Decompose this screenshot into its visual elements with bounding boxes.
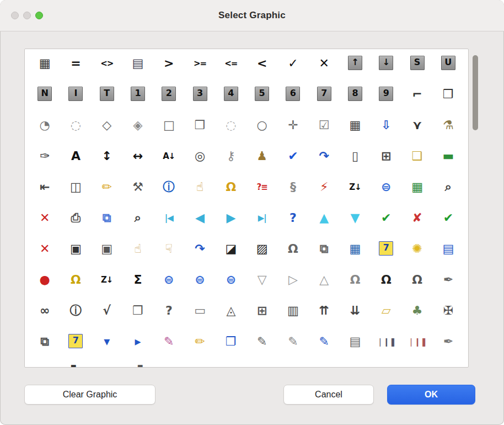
clear-graphic-button[interactable]: Clear Graphic <box>24 385 156 405</box>
lock-outline-icon[interactable]: Ω <box>277 238 308 269</box>
number-7-button-icon[interactable]: 7 <box>309 83 340 114</box>
contrast-icon[interactable]: ◪ <box>216 238 246 269</box>
clipped-icon[interactable]: ▂ <box>371 362 401 368</box>
clipped-icon[interactable]: ▂ <box>216 362 246 368</box>
square-outline-icon[interactable]: □ <box>153 114 184 145</box>
page-down-icon[interactable]: ▼ <box>340 207 371 238</box>
list-icon[interactable]: ▤ <box>433 238 464 269</box>
lock-icon[interactable]: Ω <box>60 269 91 300</box>
crosshair-icon[interactable]: ✛ <box>277 114 308 145</box>
sort-ascending-icon[interactable]: A↓ <box>153 145 184 176</box>
about-icon[interactable]: ⓘ <box>60 300 91 331</box>
clipped-icon[interactable]: ▙ <box>60 362 91 368</box>
shift-down-button-icon[interactable]: ↓ <box>371 52 401 83</box>
pencil-icon[interactable]: ✏ <box>92 176 122 207</box>
popup-window-icon[interactable]: ❐ <box>216 331 246 362</box>
thumbs-down-icon[interactable]: ☟ <box>153 238 184 269</box>
spreadsheet-icon[interactable]: ▦ <box>401 176 432 207</box>
expand-arrow-icon[interactable]: ▸ <box>122 331 153 362</box>
script-scroll-icon[interactable]: § <box>277 176 308 207</box>
barcode-icon[interactable]: ❘❙❚ <box>371 331 401 362</box>
note-icon[interactable]: ❑ <box>401 145 432 176</box>
glasses-icon[interactable]: ∞ <box>29 300 60 331</box>
dropdown-arrow-icon[interactable]: ▾ <box>92 331 122 362</box>
sort-descending-icon[interactable]: Z↓ <box>340 176 371 207</box>
book-icon[interactable]: ▬ <box>433 145 464 176</box>
thumbs-up-icon[interactable]: ☝ <box>122 238 153 269</box>
pencil-edit-icon[interactable]: ✏ <box>184 331 215 362</box>
duplicate-icon[interactable]: ⧉ <box>309 238 340 269</box>
find-document-icon[interactable]: ⌕ <box>433 176 464 207</box>
clipped-icon[interactable]: ▆ <box>184 362 215 368</box>
title-button-icon[interactable]: T <box>92 83 122 114</box>
text-format-icon[interactable]: A <box>60 145 91 176</box>
clipped-icon[interactable]: ▂ <box>277 362 308 368</box>
number-9-button-icon[interactable]: 9 <box>371 83 401 114</box>
pie-arc-icon[interactable]: ◔ <box>29 114 60 145</box>
accept-icon[interactable]: ✔ <box>371 207 401 238</box>
close-button[interactable] <box>11 12 19 19</box>
import-arrow-icon[interactable]: ⇩ <box>371 114 401 145</box>
not-equal-icon[interactable]: <> <box>92 52 122 83</box>
vertical-resize-icon[interactable]: ↕ <box>92 145 122 176</box>
clipped-icon[interactable]: ▄ <box>246 362 277 368</box>
clipped-icon[interactable]: ▆ <box>309 362 340 368</box>
database-tables-icon[interactable]: ⊜ <box>184 269 215 300</box>
copy-icon[interactable]: ⧉ <box>92 207 122 238</box>
clipped-icon[interactable]: ▄ <box>433 362 464 368</box>
clipped-icon[interactable]: ▝ <box>122 362 153 368</box>
ok-button[interactable]: OK <box>387 385 475 405</box>
circle-outline-icon[interactable]: ○ <box>246 114 277 145</box>
next-icon[interactable]: ▶ <box>216 207 246 238</box>
clipped-icon[interactable]: ◞ <box>29 362 60 368</box>
scrollbar[interactable] <box>472 51 479 365</box>
save-as-icon[interactable]: ▣ <box>92 238 122 269</box>
merge-icon[interactable]: ⋎ <box>401 114 432 145</box>
page-up-icon[interactable]: ▲ <box>309 207 340 238</box>
cascade-windows-icon[interactable]: ❐ <box>122 300 153 331</box>
cancel-x-icon[interactable]: ✕ <box>29 238 60 269</box>
horizontal-resize-icon[interactable]: ↔ <box>122 145 153 176</box>
sum-icon[interactable]: Σ <box>122 269 153 300</box>
lock-dark-icon[interactable]: Ω <box>371 269 401 300</box>
database-icon[interactable]: ⊜ <box>371 176 401 207</box>
clipped-icon[interactable]: ▆ <box>401 362 432 368</box>
edit-script-icon[interactable]: ✎ <box>246 331 277 362</box>
target-icon[interactable]: ◎ <box>184 145 215 176</box>
add-shape-icon[interactable]: ◬ <box>216 300 246 331</box>
lock-secure-icon[interactable]: Ω <box>401 269 432 300</box>
door-icon[interactable]: ◫ <box>60 176 91 207</box>
checkbox-checked-icon[interactable]: ☑ <box>309 114 340 145</box>
title-bar[interactable]: Select Graphic <box>0 0 504 31</box>
sign-document-icon[interactable]: ✎ <box>153 331 184 362</box>
database-blue-icon[interactable]: ⊜ <box>153 269 184 300</box>
collapse-triangle-icon[interactable]: ▽ <box>246 269 277 300</box>
clipped-icon[interactable]: ▂ <box>153 362 184 368</box>
number-3-button-icon[interactable]: 3 <box>184 83 215 114</box>
play-outline-icon[interactable]: ▷ <box>277 269 308 300</box>
multiply-icon[interactable]: ✕ <box>309 52 340 83</box>
clipped-icon[interactable]: ▂ <box>92 362 122 368</box>
diamond-filled-icon[interactable]: ◈ <box>122 114 153 145</box>
folder-icon[interactable]: ▱ <box>371 300 401 331</box>
expand-triangle-icon[interactable]: △ <box>309 269 340 300</box>
annotate-list-icon[interactable]: ▤ <box>340 331 371 362</box>
underline-button-icon[interactable]: U <box>433 52 464 83</box>
table-icon[interactable]: ▦ <box>340 114 371 145</box>
printer-icon[interactable]: ⎙ <box>60 207 91 238</box>
less-equal-icon[interactable]: <= <box>216 52 246 83</box>
page-compare-icon[interactable]: ⧉ <box>29 331 60 362</box>
skip-start-icon[interactable]: |◀ <box>153 207 184 238</box>
unlock-icon[interactable]: Ω <box>216 176 246 207</box>
magnifier-icon[interactable]: ⌕ <box>122 207 153 238</box>
number-1-button-icon[interactable]: 1 <box>122 83 153 114</box>
record-icon[interactable]: ● <box>29 269 60 300</box>
shift-up-button-icon[interactable]: ↑ <box>340 52 371 83</box>
number-8-button-icon[interactable]: 8 <box>340 83 371 114</box>
pen-nib-icon[interactable]: ✒ <box>433 269 464 300</box>
document-icon[interactable]: ▤ <box>122 52 153 83</box>
redo-icon[interactable]: ↷ <box>184 238 215 269</box>
minimize-button[interactable] <box>23 12 31 19</box>
exit-door-icon[interactable]: ⇤ <box>29 176 60 207</box>
number-6-button-icon[interactable]: 6 <box>277 83 308 114</box>
